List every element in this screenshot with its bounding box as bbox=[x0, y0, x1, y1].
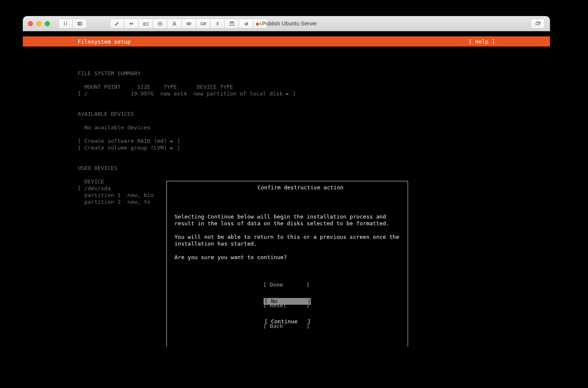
windows-icon bbox=[535, 21, 541, 27]
pause-button[interactable] bbox=[58, 19, 73, 29]
minimize-icon[interactable] bbox=[36, 21, 41, 26]
svg-rect-8 bbox=[230, 22, 234, 25]
usb-icon bbox=[215, 21, 220, 27]
settings-button[interactable] bbox=[110, 19, 124, 29]
snapshot-icon bbox=[77, 21, 83, 27]
vm-window: ◆ Publish Ubuntu Server Filesystem setup… bbox=[23, 16, 550, 347]
resize-icon bbox=[128, 21, 134, 27]
titlebar: ◆ Publish Ubuntu Server bbox=[23, 16, 550, 31]
create-raid[interactable]: [ Create software RAID (md) ► ] bbox=[78, 138, 180, 144]
speaker-icon bbox=[186, 21, 192, 27]
cd-button[interactable] bbox=[153, 19, 167, 29]
fs-summary-row[interactable]: [ / 19.997G new ext4 new partition of lo… bbox=[78, 90, 296, 97]
installer-header: Filesystem setup [ Help ] bbox=[23, 36, 550, 46]
dialog-title-text: Confirm destructive action bbox=[254, 184, 347, 191]
cd-icon bbox=[157, 21, 163, 27]
chevron-left-icon bbox=[258, 21, 264, 27]
used-heading: USED DEVICES bbox=[78, 165, 117, 171]
dialog-text-2: You will not be able to return to this o… bbox=[174, 234, 400, 247]
svg-rect-10 bbox=[536, 22, 539, 25]
resize-button[interactable] bbox=[124, 19, 139, 29]
dialog-title: Confirm destructive action bbox=[167, 178, 408, 198]
multiwindow-button[interactable] bbox=[531, 19, 545, 29]
floppy-icon bbox=[229, 21, 235, 27]
toolbar-group-right bbox=[531, 19, 545, 29]
close-icon[interactable] bbox=[28, 21, 33, 26]
dialog-text-3: Are you sure you want to continue? bbox=[174, 254, 400, 261]
used-col: DEVICE bbox=[78, 178, 104, 185]
toolbar-group-pause bbox=[58, 19, 87, 29]
zoom-icon[interactable] bbox=[45, 21, 50, 26]
share-button[interactable] bbox=[239, 19, 253, 29]
installer-body: FILE SYSTEM SUMMARY MOUNT POINT SIZE TYP… bbox=[23, 46, 550, 347]
svg-rect-1 bbox=[79, 23, 80, 25]
svg-point-6 bbox=[173, 22, 175, 24]
floppy-button[interactable] bbox=[225, 19, 239, 29]
share-icon bbox=[243, 21, 249, 27]
pause-icon bbox=[63, 21, 68, 27]
dialog-body: Selecting Continue below will begin the … bbox=[174, 213, 400, 261]
window-title: ◆ Publish Ubuntu Server bbox=[23, 20, 550, 27]
svg-point-5 bbox=[159, 23, 160, 24]
create-lvm[interactable]: [ Create volume group (LVM) ► ] bbox=[78, 145, 180, 151]
done-button[interactable]: [ Done ] bbox=[23, 281, 550, 288]
reset-button[interactable]: [ Reset ] bbox=[23, 302, 550, 309]
help-button[interactable]: [ Help ] bbox=[468, 38, 495, 45]
fs-summary-columns: MOUNT POINT SIZE TYPE DEVICE TYPE bbox=[78, 84, 233, 90]
footer-buttons: [ Done ] [ Reset ] [ Back ] bbox=[23, 268, 550, 343]
sound-button[interactable] bbox=[182, 19, 196, 29]
back-button[interactable]: [ Back ] bbox=[23, 322, 550, 330]
svg-point-4 bbox=[158, 22, 162, 25]
toolbar-group-devices bbox=[110, 19, 268, 29]
used-p2: partition 2 new, to bbox=[78, 199, 150, 205]
fs-summary-heading: FILE SYSTEM SUMMARY bbox=[78, 70, 141, 77]
dialog-text-1: Selecting Continue below will begin the … bbox=[174, 213, 400, 227]
hdd-button[interactable] bbox=[139, 19, 153, 29]
used-p1: partition 1 new, bio bbox=[78, 192, 154, 198]
traffic-lights bbox=[28, 21, 50, 26]
user-icon bbox=[172, 21, 177, 27]
page-title: Filesystem setup bbox=[78, 38, 131, 45]
hdd-icon bbox=[143, 21, 149, 27]
available-none: No available devices bbox=[78, 124, 150, 131]
camera-button[interactable] bbox=[196, 19, 210, 29]
window-title-text: Publish Ubuntu Server bbox=[262, 20, 317, 27]
wrench-icon bbox=[114, 21, 120, 27]
svg-rect-9 bbox=[231, 22, 233, 23]
camera-icon bbox=[200, 21, 206, 27]
titlebar-gap bbox=[23, 31, 550, 36]
svg-rect-7 bbox=[201, 22, 204, 25]
user-button[interactable] bbox=[167, 19, 182, 29]
usb-button[interactable] bbox=[210, 19, 225, 29]
collapse-button[interactable] bbox=[253, 19, 268, 29]
available-heading: AVAILABLE DEVICES bbox=[78, 111, 134, 117]
snapshot-button[interactable] bbox=[73, 19, 87, 29]
svg-point-3 bbox=[144, 24, 144, 24]
used-dev[interactable]: [ /dev/sda bbox=[78, 185, 111, 191]
